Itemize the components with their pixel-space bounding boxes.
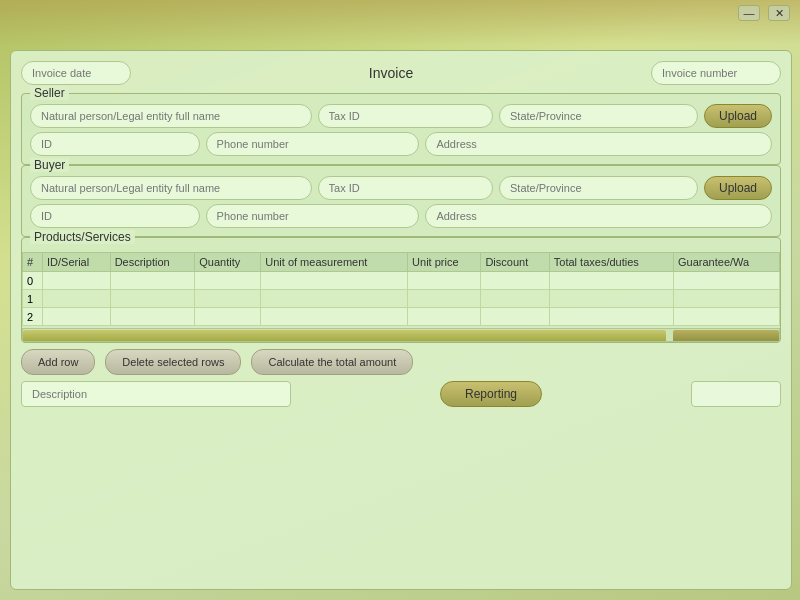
buyer-upload-button[interactable]: Upload bbox=[704, 176, 772, 200]
seller-address-input[interactable] bbox=[425, 132, 772, 156]
description-input[interactable] bbox=[21, 381, 291, 407]
seller-state-input[interactable] bbox=[499, 104, 698, 128]
row-unit[interactable] bbox=[261, 272, 408, 290]
invoice-title: Invoice bbox=[131, 65, 651, 81]
row-price[interactable] bbox=[408, 290, 481, 308]
scrollbar-end[interactable] bbox=[673, 330, 779, 342]
row-qty[interactable] bbox=[195, 272, 261, 290]
row-qty[interactable] bbox=[195, 290, 261, 308]
row-taxes[interactable] bbox=[549, 272, 673, 290]
row-discount[interactable] bbox=[481, 308, 549, 326]
row-guarantee[interactable] bbox=[674, 290, 780, 308]
table-header-row: # ID/Serial Description Quantity Unit of… bbox=[23, 253, 780, 272]
row-unit[interactable] bbox=[261, 290, 408, 308]
minimize-button[interactable]: — bbox=[738, 5, 760, 21]
buyer-row-2 bbox=[30, 204, 772, 228]
buyer-taxid-input[interactable] bbox=[318, 176, 493, 200]
bottom-right-input[interactable] bbox=[691, 381, 781, 407]
buyer-row-1: Upload bbox=[30, 176, 772, 200]
invoice-window: Invoice Seller Upload Buyer Upload bbox=[10, 50, 792, 590]
row-discount[interactable] bbox=[481, 272, 549, 290]
footer-bar: Reporting bbox=[21, 381, 781, 407]
row-price[interactable] bbox=[408, 308, 481, 326]
close-button[interactable]: ✕ bbox=[768, 5, 790, 21]
seller-upload-button[interactable]: Upload bbox=[704, 104, 772, 128]
row-num: 2 bbox=[23, 308, 43, 326]
col-guarantee: Guarantee/Wa bbox=[674, 253, 780, 272]
row-id[interactable] bbox=[42, 290, 110, 308]
row-desc[interactable] bbox=[110, 308, 195, 326]
col-unit: Unit of measurement bbox=[261, 253, 408, 272]
buyer-state-input[interactable] bbox=[499, 176, 698, 200]
seller-phone-input[interactable] bbox=[206, 132, 420, 156]
row-guarantee[interactable] bbox=[674, 308, 780, 326]
buyer-id-input[interactable] bbox=[30, 204, 200, 228]
row-num: 1 bbox=[23, 290, 43, 308]
buyer-label: Buyer bbox=[30, 158, 69, 172]
row-taxes[interactable] bbox=[549, 308, 673, 326]
buyer-address-input[interactable] bbox=[425, 204, 772, 228]
seller-section: Seller Upload bbox=[21, 93, 781, 165]
invoice-header: Invoice bbox=[21, 61, 781, 85]
row-taxes[interactable] bbox=[549, 290, 673, 308]
horizontal-scrollbar[interactable] bbox=[22, 328, 780, 342]
buyer-section: Buyer Upload bbox=[21, 165, 781, 237]
col-qty: Quantity bbox=[195, 253, 261, 272]
col-desc: Description bbox=[110, 253, 195, 272]
seller-row-1: Upload bbox=[30, 104, 772, 128]
row-desc[interactable] bbox=[110, 272, 195, 290]
seller-row-2 bbox=[30, 132, 772, 156]
invoice-number-input[interactable] bbox=[651, 61, 781, 85]
seller-label: Seller bbox=[30, 86, 69, 100]
products-table: # ID/Serial Description Quantity Unit of… bbox=[22, 252, 780, 326]
products-section: Products/Services # ID/Serial Descriptio… bbox=[21, 237, 781, 343]
row-guarantee[interactable] bbox=[674, 272, 780, 290]
row-unit[interactable] bbox=[261, 308, 408, 326]
add-row-button[interactable]: Add row bbox=[21, 349, 95, 375]
table-row[interactable]: 2 bbox=[23, 308, 780, 326]
products-label: Products/Services bbox=[30, 230, 135, 244]
col-num: # bbox=[23, 253, 43, 272]
invoice-date-input[interactable] bbox=[21, 61, 131, 85]
row-num: 0 bbox=[23, 272, 43, 290]
row-desc[interactable] bbox=[110, 290, 195, 308]
calculate-button[interactable]: Calculate the total amount bbox=[251, 349, 413, 375]
table-row[interactable]: 1 bbox=[23, 290, 780, 308]
scrollbar-thumb[interactable] bbox=[23, 330, 666, 342]
row-discount[interactable] bbox=[481, 290, 549, 308]
row-qty[interactable] bbox=[195, 308, 261, 326]
row-id[interactable] bbox=[42, 308, 110, 326]
row-price[interactable] bbox=[408, 272, 481, 290]
reporting-button[interactable]: Reporting bbox=[440, 381, 542, 407]
seller-taxid-input[interactable] bbox=[318, 104, 493, 128]
delete-rows-button[interactable]: Delete selected rows bbox=[105, 349, 241, 375]
seller-fullname-input[interactable] bbox=[30, 104, 312, 128]
buyer-fullname-input[interactable] bbox=[30, 176, 312, 200]
buyer-phone-input[interactable] bbox=[206, 204, 420, 228]
col-id: ID/Serial bbox=[42, 253, 110, 272]
row-id[interactable] bbox=[42, 272, 110, 290]
table-row[interactable]: 0 bbox=[23, 272, 780, 290]
col-price: Unit price bbox=[408, 253, 481, 272]
seller-id-input[interactable] bbox=[30, 132, 200, 156]
action-buttons-row: Add row Delete selected rows Calculate t… bbox=[21, 349, 781, 375]
col-discount: Discount bbox=[481, 253, 549, 272]
col-taxes: Total taxes/duties bbox=[549, 253, 673, 272]
